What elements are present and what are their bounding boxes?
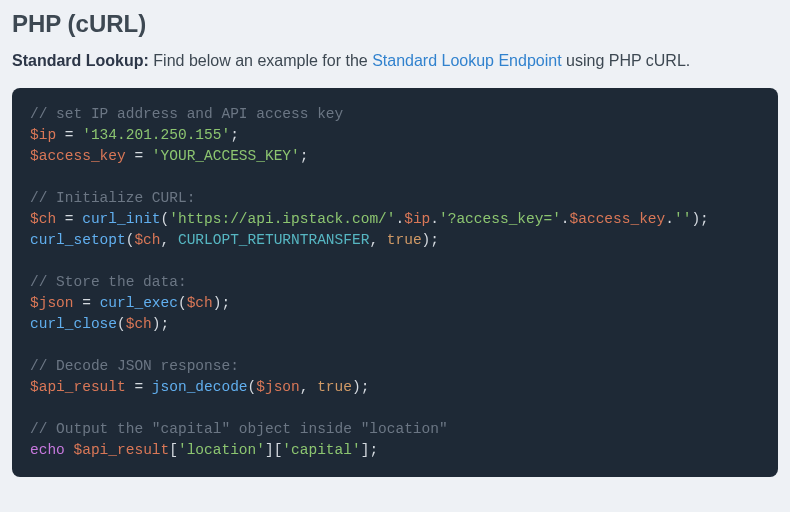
code-op: =	[56, 211, 82, 227]
code-semi: ;	[430, 232, 439, 248]
code-bool: true	[387, 232, 422, 248]
code-variable: $ip	[30, 127, 56, 143]
code-paren: (	[178, 295, 187, 311]
code-string: 'https://api.ipstack.com/'	[169, 211, 395, 227]
code-variable: $api_result	[74, 442, 170, 458]
code-semi: ;	[361, 379, 370, 395]
code-semi: ;	[700, 211, 709, 227]
lead-label: Standard Lookup:	[12, 52, 149, 69]
code-semi: ;	[369, 442, 378, 458]
code-comment: // Initialize CURL:	[30, 190, 195, 206]
code-variable: $ip	[404, 211, 430, 227]
code-semi: ;	[230, 127, 239, 143]
code-function: json_decode	[152, 379, 248, 395]
code-paren: (	[248, 379, 257, 395]
code-string: ''	[674, 211, 691, 227]
desc-text-after: using PHP cURL.	[562, 52, 691, 69]
code-comma: ,	[300, 379, 317, 395]
code-dot: .	[430, 211, 439, 227]
code-constant: CURLOPT_RETURNTRANSFER	[178, 232, 369, 248]
code-paren: )	[422, 232, 431, 248]
code-variable: $ch	[126, 316, 152, 332]
code-paren: )	[152, 316, 161, 332]
code-function: curl_init	[82, 211, 160, 227]
code-dot: .	[561, 211, 570, 227]
code-variable: $json	[30, 295, 74, 311]
code-variable: $ch	[30, 211, 56, 227]
code-op: =	[126, 379, 152, 395]
code-string: 'capital'	[282, 442, 360, 458]
code-space	[65, 442, 74, 458]
code-paren: )	[691, 211, 700, 227]
code-keyword: echo	[30, 442, 65, 458]
code-semi: ;	[221, 295, 230, 311]
code-function: curl_close	[30, 316, 117, 332]
code-paren: )	[352, 379, 361, 395]
code-function: curl_exec	[100, 295, 178, 311]
code-bracket: [	[169, 442, 178, 458]
code-semi: ;	[161, 316, 170, 332]
code-op: =	[126, 148, 152, 164]
code-paren: (	[161, 211, 170, 227]
code-variable: $ch	[187, 295, 213, 311]
section-heading: PHP (cURL)	[12, 10, 778, 38]
code-op: =	[74, 295, 100, 311]
code-semi: ;	[300, 148, 309, 164]
standard-lookup-link[interactable]: Standard Lookup Endpoint	[372, 52, 561, 69]
code-dot: .	[665, 211, 674, 227]
code-comment: // set IP address and API access key	[30, 106, 343, 122]
code-string: 'location'	[178, 442, 265, 458]
code-comma: ,	[161, 232, 178, 248]
code-paren: (	[117, 316, 126, 332]
code-comment: // Output the "capital" object inside "l…	[30, 421, 448, 437]
code-variable: $api_result	[30, 379, 126, 395]
code-bracket: ]	[265, 442, 274, 458]
code-dot: .	[396, 211, 405, 227]
code-bool: true	[317, 379, 352, 395]
code-variable: $json	[256, 379, 300, 395]
code-comment: // Store the data:	[30, 274, 187, 290]
code-variable: $ch	[134, 232, 160, 248]
code-string: 'YOUR_ACCESS_KEY'	[152, 148, 300, 164]
code-string: '?access_key='	[439, 211, 561, 227]
code-function: curl_setopt	[30, 232, 126, 248]
code-comma: ,	[369, 232, 386, 248]
code-op: =	[56, 127, 82, 143]
section-description: Standard Lookup: Find below an example f…	[12, 52, 778, 70]
code-variable: $access_key	[30, 148, 126, 164]
code-variable: $access_key	[570, 211, 666, 227]
code-string: '134.201.250.155'	[82, 127, 230, 143]
code-comment: // Decode JSON response:	[30, 358, 239, 374]
code-example: // set IP address and API access key $ip…	[12, 88, 778, 477]
desc-text-before: Find below an example for the	[149, 52, 372, 69]
